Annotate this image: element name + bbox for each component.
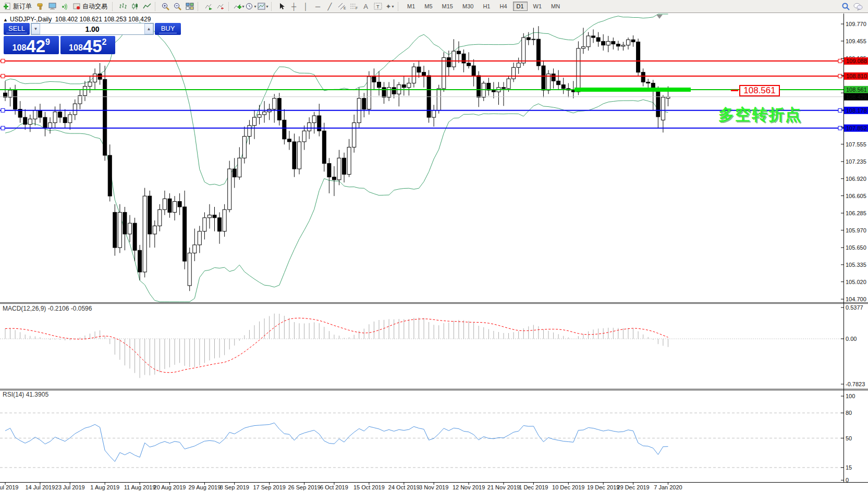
symbol-period-label: USDJPY-,Daily xyxy=(10,16,52,23)
price-tick-label: 105.970 xyxy=(846,227,866,233)
date-tick-label: 26 Sep 2019 xyxy=(288,484,320,490)
sell-price-display[interactable]: 108429 xyxy=(4,36,59,54)
date-tick-label: 24 Oct 2019 xyxy=(388,484,420,490)
line-handle[interactable] xyxy=(838,74,842,78)
chart-canvas[interactable]: 109.770109.455109.135108.820108.500108.1… xyxy=(0,0,868,492)
price-tick-label: 109.770 xyxy=(846,21,866,27)
line-handle[interactable] xyxy=(838,108,842,112)
line-handle[interactable] xyxy=(838,126,842,130)
macd-tick-label: 0.00 xyxy=(846,336,857,342)
level-label-connector xyxy=(731,90,738,91)
pane-frame xyxy=(0,14,868,483)
macd-histogram xyxy=(5,314,668,378)
volume-decrease-button[interactable]: ▼ xyxy=(31,23,40,34)
rsi-name: RSI(14) xyxy=(3,391,24,398)
candlestick-series xyxy=(4,26,670,291)
date-tick-label: 1 Dec 2019 xyxy=(519,484,548,490)
rsi-value: 41.3905 xyxy=(26,391,48,398)
macd-name: MACD(12,26,9) xyxy=(3,305,46,312)
date-tick-label: 20 Aug 2019 xyxy=(154,484,186,490)
buy-price-display[interactable]: 108452 xyxy=(60,36,116,54)
price-tick-label: 105.020 xyxy=(846,279,866,285)
price-tick-label: 106.605 xyxy=(846,193,866,199)
macd-tick-label: 0.5377 xyxy=(846,304,863,311)
price-tick-label: 106.285 xyxy=(846,210,866,216)
date-tick-label: 1 Aug 2019 xyxy=(90,484,119,490)
date-tick-label: 14 Jul 2019 xyxy=(25,484,55,490)
chart-shift-marker[interactable] xyxy=(656,15,663,19)
macd-pane: 0.53770.00-0.7823 xyxy=(0,304,865,387)
price-tick-label: 104.700 xyxy=(846,296,866,302)
rsi-tick-label: 100 xyxy=(846,393,855,399)
date-tick-label: 6 Oct 2019 xyxy=(320,484,348,490)
date-tick-label: 10 Dec 2019 xyxy=(552,484,584,490)
sell-price-big: 42 xyxy=(26,39,45,54)
rsi-label: RSI(14) 41.3905 xyxy=(3,391,48,398)
one-click-trading-panel: SELL ▼ ▲ BUY 108429 108452 xyxy=(4,23,115,54)
chart-title: ▲USDJPY-,Daily 108.402 108.621 108.253 1… xyxy=(3,16,151,23)
date-tick-label: 19 Dec 2019 xyxy=(587,484,619,490)
price-tick-label: 107.235 xyxy=(846,158,866,165)
date-tick-label: 7 Jan 2020 xyxy=(654,484,682,490)
macd-tick-label: -0.7823 xyxy=(846,381,865,387)
price-badge-label: 108.561 xyxy=(846,87,867,93)
macd-label: MACD(12,26,9) -0.2106 -0.0596 xyxy=(3,305,92,312)
sell-price-handle: 108 xyxy=(13,44,27,52)
rsi-tick-label: 80 xyxy=(846,410,852,416)
price-tick-label: 105.650 xyxy=(846,244,866,251)
sell-button-label: SELL xyxy=(6,24,27,33)
line-handle[interactable] xyxy=(1,108,5,112)
price-badge-label: 109.088 xyxy=(846,58,867,64)
sell-price-pip: 9 xyxy=(45,38,50,47)
collapse-arrow-icon[interactable]: ▲ xyxy=(3,17,8,22)
date-tick-label: 8 Sep 2019 xyxy=(220,484,249,490)
rsi-pane: 1008050150 xyxy=(0,393,855,483)
macd-values: -0.2106 -0.0596 xyxy=(48,305,92,312)
chart-annotation-text[interactable]: 多空转折点 xyxy=(718,104,802,126)
ohlc-values: 108.402 108.621 108.253 108.429 xyxy=(55,16,151,23)
rsi-tick-label: 0 xyxy=(846,477,849,483)
buy-price-handle: 108 xyxy=(69,44,83,52)
mt4-window: 新订单 自动交易 xyxy=(0,0,868,492)
volume-box: ▼ ▲ xyxy=(31,23,154,35)
buy-button-label: BUY xyxy=(159,24,177,33)
date-tick-label: 11 Aug 2019 xyxy=(124,484,156,490)
rsi-tick-label: 15 xyxy=(846,464,852,471)
line-handle[interactable] xyxy=(1,59,5,63)
date-tick-label: 3 Nov 2019 xyxy=(419,484,448,490)
line-handle[interactable] xyxy=(1,126,5,130)
price-badge-label: 107.852 xyxy=(846,125,867,131)
price-badge-label: 108.429 xyxy=(846,94,867,100)
date-tick-label: 17 Sep 2019 xyxy=(253,484,285,490)
buy-price-big: 45 xyxy=(83,39,102,54)
line-handle[interactable] xyxy=(838,59,842,63)
buy-button[interactable]: BUY xyxy=(155,23,181,35)
date-tick-label: 21 Nov 2019 xyxy=(487,484,520,490)
date-tick-label: 23 Jul 2019 xyxy=(55,484,85,490)
date-tick-label: 4 Jul 2019 xyxy=(0,484,18,490)
date-tick-label: 29 Dec 2019 xyxy=(617,484,649,490)
date-tick-label: 15 Oct 2019 xyxy=(353,484,385,490)
rsi-tick-label: 50 xyxy=(846,435,852,441)
line-handle[interactable] xyxy=(1,74,5,78)
price-badge-label: 108.178 xyxy=(846,107,867,114)
date-tick-label: 12 Nov 2019 xyxy=(453,484,485,490)
level-price-label[interactable]: 108.561 xyxy=(739,85,780,96)
macd-signal-line xyxy=(5,318,668,373)
price-tick-label: 105.335 xyxy=(846,262,866,268)
price-badge-label: 108.810 xyxy=(846,73,867,79)
price-tick-label: 109.455 xyxy=(846,38,866,44)
price-tick-label: 107.555 xyxy=(846,141,866,147)
price-tick-label: 106.920 xyxy=(846,176,866,182)
sell-button[interactable]: SELL xyxy=(4,23,30,35)
date-tick-label: 29 Aug 2019 xyxy=(189,484,221,490)
main-pane xyxy=(0,14,843,302)
volume-increase-button[interactable]: ▲ xyxy=(144,23,153,34)
volume-input[interactable] xyxy=(40,23,144,34)
buy-price-pip: 2 xyxy=(102,38,107,47)
price-axis[interactable]: 109.770109.455109.135108.820108.500108.1… xyxy=(841,21,868,302)
date-axis[interactable]: 4 Jul 201914 Jul 201923 Jul 20191 Aug 20… xyxy=(0,483,682,491)
rsi-line xyxy=(5,423,668,461)
